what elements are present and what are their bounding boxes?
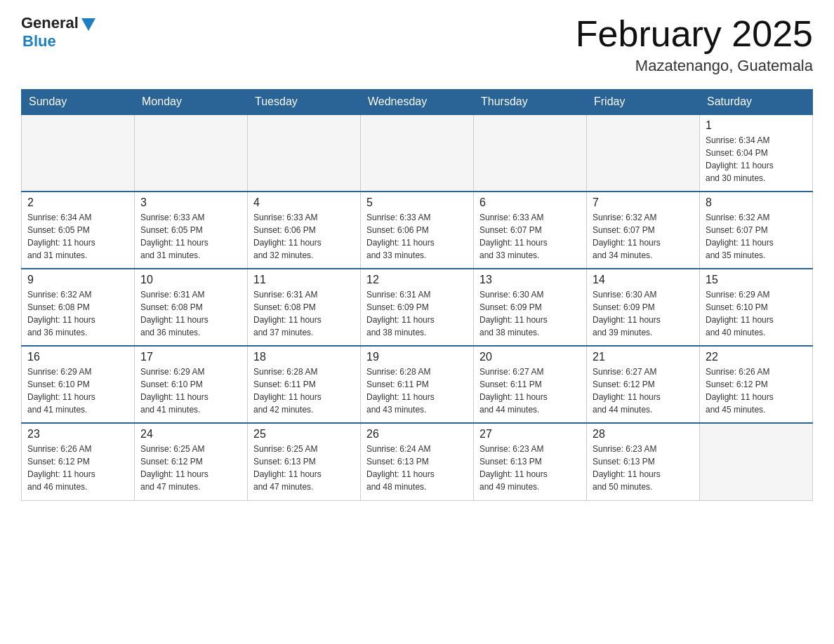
day-number: 16 [27, 351, 128, 363]
day-number: 3 [140, 196, 241, 209]
calendar-cell: 28Sunrise: 6:23 AM Sunset: 6:13 PM Dayli… [587, 423, 700, 500]
day-number: 14 [593, 274, 694, 286]
day-number: 13 [479, 274, 581, 286]
day-info: Sunrise: 6:32 AM Sunset: 6:08 PM Dayligh… [27, 288, 128, 339]
day-number: 18 [253, 351, 355, 363]
day-of-week-header: Saturday [700, 90, 813, 115]
calendar-cell [22, 114, 135, 192]
calendar-cell [700, 423, 813, 500]
day-number: 15 [706, 274, 807, 286]
day-info: Sunrise: 6:34 AM Sunset: 6:04 PM Dayligh… [706, 134, 807, 185]
day-number: 7 [593, 196, 694, 209]
logo: General Blue [21, 14, 95, 51]
calendar-cell: 27Sunrise: 6:23 AM Sunset: 6:13 PM Dayli… [474, 423, 587, 500]
day-number: 6 [479, 196, 581, 209]
day-number: 24 [140, 428, 241, 441]
logo-general-text: General [21, 14, 79, 32]
day-of-week-header: Friday [587, 90, 700, 115]
day-number: 1 [706, 119, 807, 132]
day-number: 19 [366, 351, 468, 363]
calendar-cell: 23Sunrise: 6:26 AM Sunset: 6:12 PM Dayli… [22, 423, 135, 500]
day-info: Sunrise: 6:33 AM Sunset: 6:07 PM Dayligh… [479, 211, 581, 262]
day-info: Sunrise: 6:33 AM Sunset: 6:05 PM Dayligh… [140, 211, 241, 262]
day-info: Sunrise: 6:23 AM Sunset: 6:13 PM Dayligh… [593, 443, 694, 493]
week-row: 9Sunrise: 6:32 AM Sunset: 6:08 PM Daylig… [22, 269, 813, 346]
calendar-cell: 2Sunrise: 6:34 AM Sunset: 6:05 PM Daylig… [22, 192, 135, 269]
day-number: 11 [253, 274, 355, 286]
title-area: February 2025 Mazatenango, Guatemala [576, 14, 813, 75]
calendar-cell: 1Sunrise: 6:34 AM Sunset: 6:04 PM Daylig… [700, 114, 813, 192]
day-info: Sunrise: 6:32 AM Sunset: 6:07 PM Dayligh… [593, 211, 694, 262]
day-info: Sunrise: 6:33 AM Sunset: 6:06 PM Dayligh… [366, 211, 468, 262]
calendar-cell: 9Sunrise: 6:32 AM Sunset: 6:08 PM Daylig… [22, 269, 135, 346]
day-info: Sunrise: 6:24 AM Sunset: 6:13 PM Dayligh… [366, 443, 468, 493]
day-number: 2 [27, 196, 128, 209]
calendar-cell: 12Sunrise: 6:31 AM Sunset: 6:09 PM Dayli… [361, 269, 474, 346]
day-number: 9 [27, 274, 128, 286]
day-number: 5 [366, 196, 468, 209]
calendar-cell: 8Sunrise: 6:32 AM Sunset: 6:07 PM Daylig… [700, 192, 813, 269]
day-info: Sunrise: 6:28 AM Sunset: 6:11 PM Dayligh… [253, 365, 355, 416]
day-info: Sunrise: 6:26 AM Sunset: 6:12 PM Dayligh… [27, 443, 128, 493]
calendar-cell [474, 114, 587, 192]
calendar-cell: 11Sunrise: 6:31 AM Sunset: 6:08 PM Dayli… [248, 269, 361, 346]
day-number: 28 [593, 428, 694, 441]
calendar-cell: 7Sunrise: 6:32 AM Sunset: 6:07 PM Daylig… [587, 192, 700, 269]
calendar-cell: 17Sunrise: 6:29 AM Sunset: 6:10 PM Dayli… [135, 346, 248, 423]
day-info: Sunrise: 6:27 AM Sunset: 6:12 PM Dayligh… [593, 365, 694, 416]
day-info: Sunrise: 6:25 AM Sunset: 6:12 PM Dayligh… [140, 443, 241, 493]
day-number: 23 [27, 428, 128, 441]
calendar-cell: 25Sunrise: 6:25 AM Sunset: 6:13 PM Dayli… [248, 423, 361, 500]
calendar-table: SundayMondayTuesdayWednesdayThursdayFrid… [21, 89, 813, 501]
calendar-cell: 24Sunrise: 6:25 AM Sunset: 6:12 PM Dayli… [135, 423, 248, 500]
calendar-cell: 20Sunrise: 6:27 AM Sunset: 6:11 PM Dayli… [474, 346, 587, 423]
calendar-cell: 3Sunrise: 6:33 AM Sunset: 6:05 PM Daylig… [135, 192, 248, 269]
calendar-cell: 18Sunrise: 6:28 AM Sunset: 6:11 PM Dayli… [248, 346, 361, 423]
calendar-cell: 6Sunrise: 6:33 AM Sunset: 6:07 PM Daylig… [474, 192, 587, 269]
logo-arrow-icon [81, 18, 95, 31]
header: General Blue February 2025 Mazatenango, … [21, 14, 813, 75]
calendar-cell: 5Sunrise: 6:33 AM Sunset: 6:06 PM Daylig… [361, 192, 474, 269]
calendar-title: February 2025 [576, 14, 813, 54]
day-info: Sunrise: 6:31 AM Sunset: 6:09 PM Dayligh… [366, 288, 468, 339]
day-info: Sunrise: 6:31 AM Sunset: 6:08 PM Dayligh… [253, 288, 355, 339]
day-info: Sunrise: 6:34 AM Sunset: 6:05 PM Dayligh… [27, 211, 128, 262]
calendar-cell: 10Sunrise: 6:31 AM Sunset: 6:08 PM Dayli… [135, 269, 248, 346]
calendar-cell [587, 114, 700, 192]
logo-blue-text: Blue [22, 32, 56, 51]
day-number: 17 [140, 351, 241, 363]
calendar-cell: 16Sunrise: 6:29 AM Sunset: 6:10 PM Dayli… [22, 346, 135, 423]
week-row: 16Sunrise: 6:29 AM Sunset: 6:10 PM Dayli… [22, 346, 813, 423]
calendar-cell: 26Sunrise: 6:24 AM Sunset: 6:13 PM Dayli… [361, 423, 474, 500]
day-info: Sunrise: 6:29 AM Sunset: 6:10 PM Dayligh… [140, 365, 241, 416]
day-number: 27 [479, 428, 581, 441]
day-of-week-header: Monday [135, 90, 248, 115]
calendar-cell: 21Sunrise: 6:27 AM Sunset: 6:12 PM Dayli… [587, 346, 700, 423]
calendar-cell: 15Sunrise: 6:29 AM Sunset: 6:10 PM Dayli… [700, 269, 813, 346]
day-info: Sunrise: 6:30 AM Sunset: 6:09 PM Dayligh… [479, 288, 581, 339]
week-row: 1Sunrise: 6:34 AM Sunset: 6:04 PM Daylig… [22, 114, 813, 192]
calendar-subtitle: Mazatenango, Guatemala [576, 57, 813, 75]
day-info: Sunrise: 6:31 AM Sunset: 6:08 PM Dayligh… [140, 288, 241, 339]
day-of-week-header: Tuesday [248, 90, 361, 115]
day-number: 12 [366, 274, 468, 286]
day-number: 20 [479, 351, 581, 363]
calendar-cell [248, 114, 361, 192]
day-info: Sunrise: 6:33 AM Sunset: 6:06 PM Dayligh… [253, 211, 355, 262]
day-of-week-header: Wednesday [361, 90, 474, 115]
days-header-row: SundayMondayTuesdayWednesdayThursdayFrid… [22, 90, 813, 115]
day-number: 26 [366, 428, 468, 441]
calendar-cell: 14Sunrise: 6:30 AM Sunset: 6:09 PM Dayli… [587, 269, 700, 346]
day-info: Sunrise: 6:23 AM Sunset: 6:13 PM Dayligh… [479, 443, 581, 493]
day-number: 4 [253, 196, 355, 209]
day-number: 10 [140, 274, 241, 286]
day-of-week-header: Sunday [22, 90, 135, 115]
day-number: 21 [593, 351, 694, 363]
day-number: 8 [706, 196, 807, 209]
calendar-cell [135, 114, 248, 192]
calendar-cell: 19Sunrise: 6:28 AM Sunset: 6:11 PM Dayli… [361, 346, 474, 423]
calendar-cell: 13Sunrise: 6:30 AM Sunset: 6:09 PM Dayli… [474, 269, 587, 346]
day-info: Sunrise: 6:32 AM Sunset: 6:07 PM Dayligh… [706, 211, 807, 262]
calendar-cell: 22Sunrise: 6:26 AM Sunset: 6:12 PM Dayli… [700, 346, 813, 423]
day-info: Sunrise: 6:28 AM Sunset: 6:11 PM Dayligh… [366, 365, 468, 416]
